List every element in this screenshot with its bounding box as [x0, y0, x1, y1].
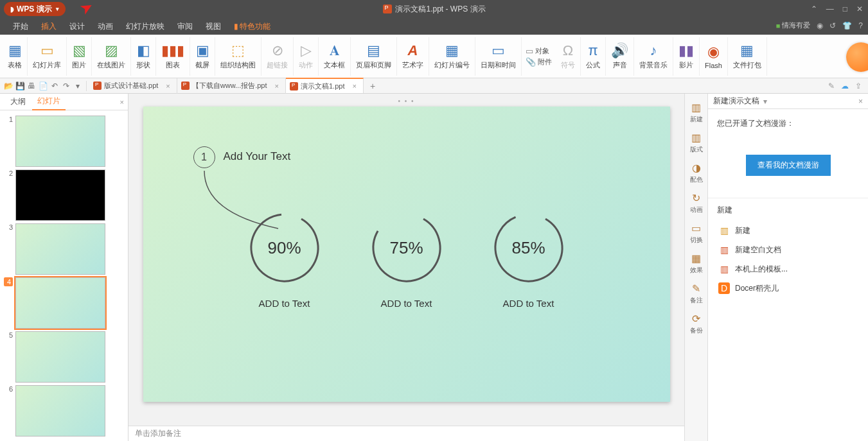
sync-icon[interactable]: ◉	[817, 21, 823, 30]
task-pane-close[interactable]: ×	[858, 97, 863, 106]
ribbon-headerfooter[interactable]: ▤页眉和页脚	[351, 37, 397, 76]
print-icon[interactable]: 🖶	[26, 82, 37, 91]
menu-start[interactable]: 开始	[6, 19, 35, 35]
new-item-1[interactable]: ▥新建	[717, 221, 859, 240]
ribbon-shapes[interactable]: ◧形状	[131, 37, 156, 76]
ribbon-screenshot[interactable]: ▣截屏	[190, 37, 215, 76]
ribbon-equation[interactable]: π公式	[581, 37, 606, 76]
ribbon-orgchart[interactable]: ⬚组织结构图	[215, 37, 261, 76]
app-menu-button[interactable]: WPS 演示 ▾	[4, 2, 66, 16]
editor: • • • 1 Add Your Text 90% ADD to Text 75…	[128, 94, 684, 441]
ring-3-label: ADD to Text	[477, 298, 580, 309]
ribbon-collapse-icon[interactable]: ⌃	[811, 4, 817, 13]
dropdown-icon[interactable]: ▾	[763, 97, 767, 106]
doc-tab-2[interactable]: 【下载自www...报告.ppt×	[177, 78, 286, 94]
maximize-button[interactable]: □	[843, 4, 847, 13]
assistant-ball[interactable]	[846, 42, 868, 72]
ribbon-textbox[interactable]: 𝐀文本框	[319, 37, 351, 76]
menu-design[interactable]: 设计	[63, 19, 91, 35]
ribbon-package[interactable]: ▦文件打包	[728, 37, 767, 76]
ribbon-wordart[interactable]: A艺术字	[397, 37, 429, 76]
thumb-2[interactable]	[15, 169, 105, 221]
doc-icon	[382, 4, 391, 13]
slide-canvas[interactable]: 1 Add Your Text 90% ADD to Text 75% ADD …	[143, 107, 670, 402]
side-color[interactable]: ◑配色	[690, 158, 703, 188]
panel-close-icon[interactable]: ×	[120, 98, 124, 106]
more-qa-icon[interactable]: ▾	[72, 82, 84, 91]
ribbon-sound[interactable]: 🔊声音	[606, 37, 634, 76]
thumb-5[interactable]	[15, 331, 105, 383]
ribbon-hyperlink: ⊘超链接	[261, 37, 294, 76]
ribbon-bgmusic[interactable]: ♪背景音乐	[634, 37, 673, 76]
side-layout[interactable]: ▥版式	[690, 128, 703, 158]
ring-3[interactable]: 85% ADD to Text	[477, 209, 580, 309]
ribbon-online-picture[interactable]: ▨在线图片	[92, 37, 131, 76]
app-name: WPS 演示	[17, 4, 52, 15]
menu-view[interactable]: 视图	[199, 19, 227, 35]
slide-handle[interactable]: • • •	[398, 98, 414, 105]
main-area: 大纲 幻灯片 × 1 2 3 4 5 6 • • • 1 Add Your Te…	[0, 94, 868, 441]
ring-2-value: 75	[389, 238, 408, 258]
ribbon-table[interactable]: ▦表格	[3, 37, 28, 76]
ring-1[interactable]: 90% ADD to Text	[233, 209, 336, 309]
side-backup[interactable]: ⟳备份	[690, 309, 703, 339]
save-icon[interactable]: 💾	[14, 82, 26, 91]
history-icon[interactable]: ↺	[829, 21, 836, 30]
share-icon[interactable]: ⇪	[855, 82, 862, 91]
cloud-icon[interactable]: ☁	[841, 82, 849, 91]
window-controls: ⌃ — □ ✕	[811, 4, 868, 13]
ribbon-picture[interactable]: ▧图片	[67, 37, 92, 76]
thumb-6[interactable]	[15, 385, 105, 437]
notes-area[interactable]: 单击添加备注	[128, 426, 684, 441]
ribbon-movie[interactable]: ▮▮影片	[673, 37, 700, 76]
ribbon-flash[interactable]: ◉Flash	[700, 37, 728, 76]
preview-icon[interactable]: 📄	[37, 82, 49, 91]
ring-2[interactable]: 75% ADD to Text	[355, 209, 458, 309]
close-button[interactable]: ✕	[856, 4, 863, 13]
skin-icon[interactable]: 👕	[842, 21, 852, 30]
ribbon-action: ▷动作	[294, 37, 319, 76]
slides-tab[interactable]: 幻灯片	[32, 93, 66, 110]
ribbon-object-attach[interactable]: ▭对象 📎附件	[522, 46, 556, 67]
menu-slideshow[interactable]: 幻灯片放映	[120, 19, 171, 35]
side-transition[interactable]: ▭切换	[690, 218, 703, 248]
add-tab-button[interactable]: +	[364, 81, 382, 91]
open-icon[interactable]: 📂	[3, 82, 14, 91]
close-icon[interactable]: ×	[166, 82, 170, 90]
slide-title[interactable]: Add Your Text	[224, 150, 291, 163]
side-notes[interactable]: ✎备注	[690, 279, 703, 309]
new-item-4[interactable]: DDocer稻壳儿	[717, 279, 859, 298]
ribbon-slidelib[interactable]: ▭幻灯片库	[28, 37, 67, 76]
help-icon[interactable]: ?	[858, 21, 863, 30]
new-section-title: 新建	[717, 205, 859, 216]
annotation-arrow: ➤	[76, 0, 96, 19]
side-new[interactable]: ▥新建	[690, 98, 703, 128]
menu-review[interactable]: 审阅	[171, 19, 199, 35]
undo-icon[interactable]: ↶	[49, 82, 60, 91]
thumb-3[interactable]	[15, 223, 105, 275]
side-animation[interactable]: ↻动画	[690, 188, 703, 218]
menu-bar: 开始 插入 设计 动画 幻灯片放映 审阅 视图 ▮特色功能 ■情海有爱 ◉ ↺ …	[0, 18, 868, 35]
thumb-4[interactable]	[15, 277, 105, 329]
outline-tab[interactable]: 大纲	[5, 94, 31, 110]
menu-insert[interactable]: 插入	[35, 19, 63, 35]
menu-special[interactable]: ▮特色功能	[227, 19, 277, 35]
doc-tab-1[interactable]: 版式设计基础.ppt×	[89, 78, 177, 94]
new-item-2[interactable]: ▥新建空白文档	[717, 240, 859, 259]
view-roaming-button[interactable]: 查看我的文档漫游	[746, 155, 831, 176]
window-title-text: 演示文稿1.ppt - WPS 演示	[395, 4, 485, 15]
close-icon[interactable]: ×	[275, 82, 279, 90]
doc-tab-3[interactable]: 演示文稿1.ppt×	[286, 78, 364, 93]
user-account[interactable]: ■情海有爱	[776, 21, 811, 30]
tool-icon[interactable]: ✎	[828, 82, 835, 91]
menu-animation[interactable]: 动画	[91, 19, 120, 35]
minimize-button[interactable]: —	[826, 4, 834, 13]
redo-icon[interactable]: ↷	[60, 82, 72, 91]
new-item-3[interactable]: ▥本机上的模板...	[717, 259, 859, 279]
ribbon-chart[interactable]: ▮▮▮图表	[156, 37, 190, 76]
side-effect[interactable]: ▦效果	[690, 248, 703, 279]
ribbon-datetime[interactable]: ▭日期和时间	[475, 37, 522, 76]
thumb-1[interactable]	[15, 116, 105, 167]
ribbon-slidenum[interactable]: ▦幻灯片编号	[429, 37, 475, 76]
close-icon[interactable]: ×	[352, 82, 356, 90]
